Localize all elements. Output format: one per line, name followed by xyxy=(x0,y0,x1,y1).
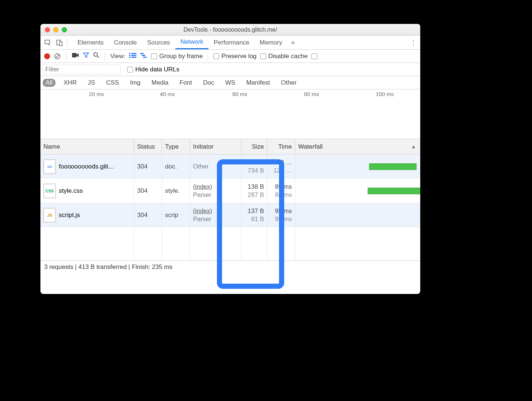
tab-sources[interactable]: Sources xyxy=(142,36,175,49)
network-toolbar: View: Group by frame Preserve log Disabl… xyxy=(40,50,420,63)
status-cell: 304 xyxy=(134,203,162,227)
status-cell: 304 xyxy=(134,179,162,203)
type-filter-font[interactable]: Font xyxy=(176,79,195,87)
view-label: View: xyxy=(110,53,125,60)
tab-console[interactable]: Console xyxy=(109,36,142,49)
svg-rect-10 xyxy=(129,55,131,56)
column-header-time[interactable]: Time xyxy=(267,139,295,154)
column-header-status[interactable]: Status xyxy=(134,139,162,154)
initiator-cell: Other xyxy=(190,155,242,178)
table-row[interactable]: JSscript.js304scrip(index)Parser137 B81 … xyxy=(40,203,420,227)
type-filter-other[interactable]: Other xyxy=(278,79,300,87)
column-header-type[interactable]: Type xyxy=(162,139,190,154)
time-cell: 95 ms95 ms xyxy=(267,203,295,227)
svg-rect-0 xyxy=(45,40,50,44)
device-toolbar-icon[interactable] xyxy=(56,39,63,46)
file-type-icon: CSS xyxy=(43,184,56,198)
waterfall-bar xyxy=(369,163,417,170)
time-cell: 89 ms88 ms xyxy=(267,179,295,203)
initiator-link[interactable]: (index) xyxy=(193,183,238,191)
svg-rect-13 xyxy=(131,57,136,58)
large-rows-icon[interactable] xyxy=(129,52,136,60)
clear-icon[interactable] xyxy=(54,53,61,60)
waterfall-cell xyxy=(295,155,420,178)
group-by-frame-checkbox[interactable]: Group by frame xyxy=(151,53,203,60)
window-titlebar: DevTools - fooooooooods.glitch.me/ xyxy=(40,24,420,36)
empty-table-area xyxy=(40,227,420,260)
type-filter-media[interactable]: Media xyxy=(149,79,171,87)
svg-rect-15 xyxy=(142,55,145,56)
type-filter-all[interactable]: All xyxy=(43,79,56,87)
type-filter-doc[interactable]: Doc xyxy=(200,79,217,87)
column-header-size[interactable]: Size xyxy=(242,139,267,154)
svg-line-4 xyxy=(56,54,59,58)
summary-text: 3 requests | 413 B transferred | Finish:… xyxy=(44,263,172,271)
waterfall-view-icon[interactable] xyxy=(140,52,147,60)
svg-rect-11 xyxy=(131,55,136,56)
tab-memory[interactable]: Memory xyxy=(254,36,287,49)
tabs-overflow-button[interactable]: » xyxy=(291,39,295,46)
initiator-link[interactable]: (index) xyxy=(193,207,238,215)
svg-point-6 xyxy=(94,53,97,56)
request-name: script.js xyxy=(59,212,80,219)
file-type-icon: JS xyxy=(43,208,56,223)
devtools-tabstrip: ElementsConsoleSourcesNetworkPerformance… xyxy=(40,36,420,50)
tab-elements[interactable]: Elements xyxy=(72,36,109,49)
tab-network[interactable]: Network xyxy=(175,36,208,49)
type-cell: scrip xyxy=(162,203,190,227)
timeline-overview[interactable]: 20 ms40 ms60 ms80 ms100 ms xyxy=(40,89,420,139)
type-filter-css[interactable]: CSS xyxy=(103,79,122,87)
svg-rect-5 xyxy=(72,53,76,57)
sort-ascending-icon: ▲ xyxy=(411,144,416,149)
network-table-header: Name Status Type Initiator Size Time Wat… xyxy=(40,139,420,155)
resource-type-filter: AllXHRJSCSSImgMediaFontDocWSManifestOthe… xyxy=(40,76,420,89)
network-table-body: <>fooooooooods.glit…304doc.Other138 B734… xyxy=(40,155,420,227)
initiator-cell: (index)Parser xyxy=(190,203,242,227)
svg-rect-8 xyxy=(129,53,131,54)
type-cell: doc. xyxy=(162,155,190,178)
timeline-tick: 20 ms xyxy=(89,91,104,97)
hide-data-urls-checkbox[interactable]: Hide data URLs xyxy=(127,66,179,73)
column-header-waterfall[interactable]: Waterfall▲ xyxy=(295,139,420,154)
window-title: DevTools - fooooooooods.glitch.me/ xyxy=(40,26,420,33)
type-filter-img[interactable]: Img xyxy=(127,79,143,87)
file-type-icon: <> xyxy=(43,159,56,174)
timeline-tick: 80 ms xyxy=(304,91,319,97)
type-filter-js[interactable]: JS xyxy=(85,79,98,87)
camera-icon[interactable] xyxy=(72,52,79,60)
type-filter-manifest[interactable]: Manifest xyxy=(243,79,273,87)
tab-performance[interactable]: Performance xyxy=(208,36,254,49)
size-cell: 137 B81 B xyxy=(242,203,267,227)
devtools-menu-button[interactable]: ⋮ xyxy=(410,39,417,47)
inspect-element-icon[interactable] xyxy=(44,39,51,46)
svg-line-7 xyxy=(97,56,99,58)
column-header-name[interactable]: Name xyxy=(40,139,134,154)
timeline-tick: 60 ms xyxy=(232,91,247,97)
size-cell: 138 B734 B xyxy=(242,155,267,178)
offline-checkbox-truncated[interactable] xyxy=(311,53,319,59)
search-icon[interactable] xyxy=(93,52,100,60)
type-filter-ws[interactable]: WS xyxy=(222,79,238,87)
filter-input[interactable] xyxy=(43,65,121,74)
waterfall-bar xyxy=(368,188,420,194)
filter-funnel-icon[interactable] xyxy=(83,52,89,60)
svg-rect-2 xyxy=(60,42,62,46)
preserve-log-checkbox[interactable]: Preserve log xyxy=(213,53,256,60)
record-button[interactable] xyxy=(44,53,50,59)
disable-cache-checkbox[interactable]: Disable cache xyxy=(260,53,308,60)
waterfall-cell xyxy=(295,203,420,227)
waterfall-cell xyxy=(295,179,420,203)
network-summary-bar: 3 requests | 413 B transferred | Finish:… xyxy=(40,260,420,273)
column-header-initiator[interactable]: Initiator xyxy=(190,139,242,154)
table-row[interactable]: CSSstyle.css304style.(index)Parser138 B2… xyxy=(40,179,420,203)
svg-rect-16 xyxy=(143,57,147,58)
initiator-cell: (index)Parser xyxy=(190,179,242,203)
timeline-tick: 40 ms xyxy=(160,91,175,97)
request-name: fooooooooods.glit… xyxy=(59,163,114,170)
request-name: style.css xyxy=(59,187,83,195)
devtools-window: DevTools - fooooooooods.glitch.me/ Eleme… xyxy=(40,24,420,294)
svg-rect-9 xyxy=(131,53,136,54)
type-filter-xhr[interactable]: XHR xyxy=(61,79,80,87)
timeline-tick: 100 ms xyxy=(376,91,394,97)
table-row[interactable]: <>fooooooooods.glit…304doc.Other138 B734… xyxy=(40,155,420,179)
